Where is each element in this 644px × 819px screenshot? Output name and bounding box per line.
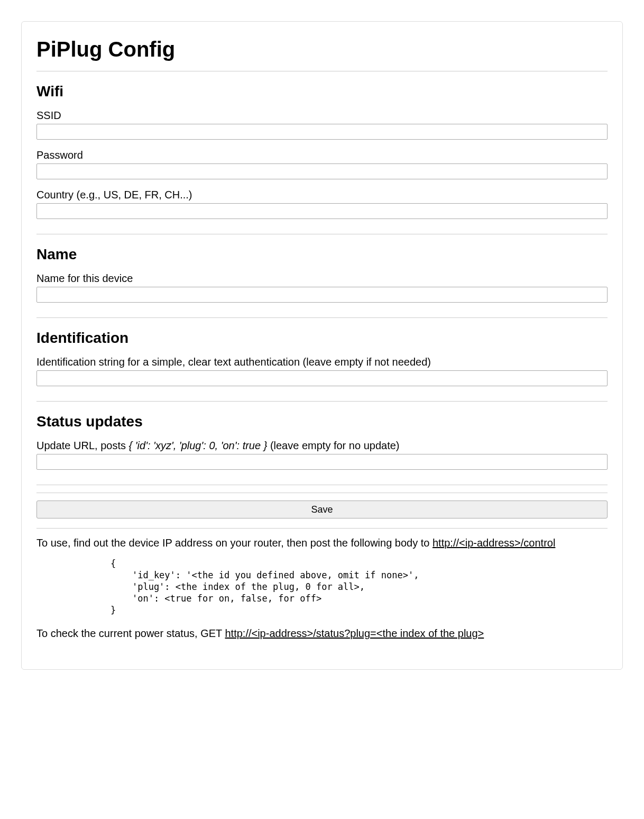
- device-name-input[interactable]: [36, 287, 608, 303]
- divider: [36, 71, 608, 71]
- config-card: PiPlug Config Wifi SSID Password Country…: [21, 21, 623, 670]
- section-heading-status: Status updates: [36, 413, 608, 430]
- divider: [36, 317, 608, 318]
- ssid-input[interactable]: [36, 124, 608, 140]
- usage-line-2: To check the current power status, GET h…: [36, 626, 608, 641]
- password-label: Password: [36, 149, 608, 161]
- update-url-label-code: { 'id': 'xyz', 'plug': 0, 'on': true }: [129, 440, 268, 451]
- divider: [36, 485, 608, 485]
- divider: [36, 401, 608, 402]
- section-heading-wifi: Wifi: [36, 83, 608, 100]
- usage-code-block: { 'id_key': '<the id you defined above, …: [111, 558, 608, 616]
- password-input[interactable]: [36, 163, 608, 179]
- identification-input[interactable]: [36, 370, 608, 386]
- page-title: PiPlug Config: [36, 38, 608, 61]
- update-url-label: Update URL, posts { 'id': 'xyz', 'plug':…: [36, 440, 608, 452]
- divider: [36, 493, 608, 493]
- country-label: Country (e.g., US, DE, FR, CH...): [36, 189, 608, 201]
- divider: [36, 528, 608, 529]
- ssid-label: SSID: [36, 110, 608, 122]
- update-url-input[interactable]: [36, 454, 608, 470]
- device-name-label: Name for this device: [36, 272, 608, 285]
- country-input[interactable]: [36, 203, 608, 219]
- update-url-label-prefix: Update URL, posts: [36, 440, 129, 451]
- status-url-link[interactable]: http://<ip-address>/status?plug=<the ind…: [225, 627, 484, 639]
- usage-line-1: To use, find out the device IP address o…: [36, 536, 608, 550]
- divider: [36, 234, 608, 234]
- usage-line-2-text: To check the current power status, GET: [36, 627, 225, 639]
- section-heading-identification: Identification: [36, 330, 608, 347]
- section-heading-name: Name: [36, 246, 608, 263]
- control-url-link[interactable]: http://<ip-address>/control: [433, 537, 555, 549]
- save-button[interactable]: Save: [36, 501, 608, 518]
- identification-label: Identification string for a simple, clea…: [36, 356, 608, 368]
- update-url-label-suffix: (leave empty for no update): [267, 440, 399, 451]
- usage-line-1-text: To use, find out the device IP address o…: [36, 537, 433, 549]
